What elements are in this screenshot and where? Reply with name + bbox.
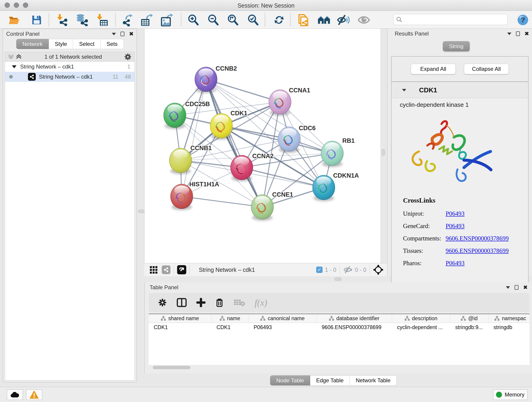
collapse-all-button[interactable]: Collapse All [464,64,509,74]
table-cell[interactable]: CDK1 [211,323,249,332]
show-column-button[interactable] [177,298,187,307]
network-edge[interactable] [182,79,206,196]
import-network-from-database-button[interactable] [75,14,88,26]
open-in-window-icon[interactable] [177,265,186,274]
network-node-CCNE1[interactable] [251,195,273,221]
expand-collapse-chevrons-icon[interactable] [7,53,22,60]
column-header--id[interactable]: @id [450,314,488,323]
node-table[interactable]: shared namenamecanonical namedatabase id… [149,313,530,365]
tab-select[interactable]: Select [73,39,101,49]
collection-expander-icon[interactable] [12,65,17,68]
network-node-CDK1[interactable] [210,114,233,140]
hide-selected-button[interactable] [337,14,350,26]
column-header-name[interactable]: name [211,314,249,323]
warnings-button[interactable] [26,389,42,400]
network-edge[interactable] [182,196,262,207]
zoom-selected-button[interactable] [247,14,259,26]
results-scroll-area[interactable]: CDK1 cyclin-dependent kinase 1 CrossL [391,82,529,303]
memory-button[interactable]: Memory [493,389,527,400]
table-options-button[interactable] [158,298,167,307]
crosslink-link[interactable]: P06493 [446,260,465,267]
network-canvas[interactable]: CCNB2CCNA1CDC25BCDK1CDC6RB1CCNB1CCNA2CDK… [144,29,381,263]
export-image-button[interactable] [160,14,173,26]
column-header-shared-name[interactable]: shared name [149,314,211,323]
column-header-database-identifier[interactable]: database identifier [317,314,392,323]
crosslink-link[interactable]: 9606.ENSP00000378699 [446,235,509,242]
table-cell[interactable]: stringdb:9... [450,323,488,332]
table-horizontal-scrollbar[interactable] [153,366,190,369]
close-panel-icon[interactable]: ✖ [525,32,529,36]
import-network-button[interactable] [56,14,69,26]
export-network-button[interactable] [121,14,134,26]
tab-string[interactable]: String [443,41,470,51]
network-node-RB1[interactable] [321,141,343,167]
close-panel-icon[interactable]: ✖ [523,285,528,290]
network-row[interactable]: String Network – cdk1 11 48 [5,72,134,82]
birds-eye-crosshair-icon[interactable] [373,264,384,275]
network-node-CCNA1[interactable] [269,89,291,116]
zoom-fit-button[interactable] [226,14,239,26]
cloud-status-button[interactable] [7,389,23,400]
zoom-out-button[interactable] [207,14,220,26]
network-node-CDC25B[interactable] [164,103,186,129]
network-edge[interactable] [206,79,280,102]
expand-all-button[interactable]: Expand All [411,64,456,74]
save-session-button[interactable] [30,14,43,26]
crosslink-link[interactable]: 9606.ENSP00000378699 [446,247,509,254]
collapse-panel-icon[interactable] [506,286,510,289]
delete-column-button[interactable] [215,298,224,307]
show-all-button[interactable] [357,14,370,26]
network-collection-row[interactable]: String Network – cdk1 1 [5,62,134,72]
gene-expander-icon[interactable] [402,89,406,91]
network-node-CDKN1A[interactable] [312,175,335,201]
create-column-button[interactable] [196,298,206,307]
column-header-namespac[interactable]: namespac [488,314,530,323]
network-node-CCNB2[interactable] [195,67,217,93]
grid-view-icon[interactable] [149,266,158,274]
column-header-description[interactable]: description [392,314,450,323]
help-button[interactable]: ? [516,14,529,26]
table-cell[interactable]: P06493 [249,323,317,332]
right-splitter-handle[interactable] [382,149,385,156]
network-node-HIST1H1A[interactable] [171,184,193,210]
close-panel-icon[interactable]: ✖ [129,32,133,36]
selected-nodes-checkbox[interactable]: ✓ [316,267,323,273]
tab-node-table[interactable]: Node Table [270,375,310,385]
left-splitter-handle[interactable] [138,210,145,213]
network-node-CDC6[interactable] [278,127,300,153]
first-neighbors-button[interactable] [317,14,330,26]
zoom-in-button[interactable] [187,14,200,26]
table-row[interactable]: CDK1CDK1P064939606.ENSP00000378699cyclin… [149,323,530,332]
table-cell[interactable]: cyclin-dependent ... [392,323,450,332]
table-cell[interactable]: 9606.ENSP00000378699 [317,323,392,332]
float-panel-icon[interactable] [516,32,520,36]
tab-network-table[interactable]: Network Table [350,375,397,385]
export-table-button[interactable] [140,14,153,26]
tab-network[interactable]: Network [16,39,49,49]
open-session-button[interactable] [8,14,21,26]
float-panel-icon[interactable] [120,32,124,36]
tab-edge-table[interactable]: Edge Table [310,375,350,385]
network-list-options-gear-icon[interactable] [124,53,132,61]
collapse-panel-icon[interactable] [507,32,511,35]
crosslink-link[interactable]: P06493 [446,210,465,217]
clone-network-button[interactable] [298,14,310,26]
toolbar-search[interactable] [393,14,508,25]
collapse-panel-icon[interactable] [112,33,116,35]
search-input[interactable] [402,16,500,23]
refresh-view-button[interactable] [273,14,285,26]
bottom-splitter-handle[interactable] [335,278,341,281]
network-graph[interactable]: CCNB2CCNA1CDC25BCDK1CDC6RB1CCNB1CCNA2CDK… [145,29,380,263]
tab-style[interactable]: Style [49,39,73,49]
network-node-CCNB1[interactable] [169,148,192,174]
crosslink-link[interactable]: P06493 [446,223,465,230]
gene-section-header[interactable]: CDK1 [392,83,528,98]
network-badge-gray-icon[interactable] [162,265,171,274]
hidden-eye-slash-icon[interactable] [343,266,353,274]
tab-sets[interactable]: Sets [101,39,124,49]
import-table-button[interactable] [96,14,109,26]
float-panel-icon[interactable] [515,285,519,290]
column-header-canonical-name[interactable]: canonical name [249,314,317,323]
network-edge[interactable] [206,79,262,207]
table-cell[interactable]: stringdb [488,323,530,332]
